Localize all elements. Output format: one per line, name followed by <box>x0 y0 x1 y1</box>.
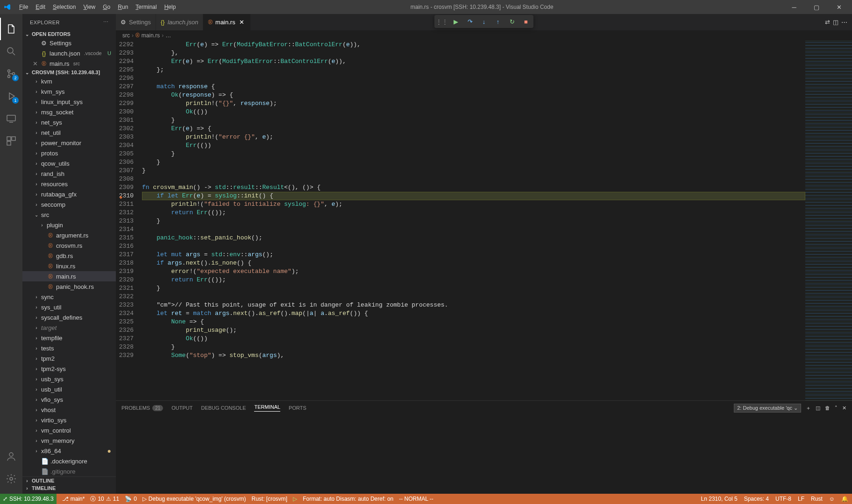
activity-debug[interactable]: 1 <box>0 85 22 107</box>
tree-folder[interactable]: ›resources <box>22 179 116 189</box>
tree-folder[interactable]: ›plugin <box>22 220 116 230</box>
tree-folder[interactable]: ›kvm <box>22 76 116 86</box>
debug-config[interactable]: ▷ Debug executable 'qcow_img' (crosvm) <box>142 496 246 502</box>
activity-remote[interactable] <box>0 107 22 130</box>
rust-status[interactable]: Rust: [crosvm] <box>252 496 288 502</box>
editor-tab[interactable]: ⚙Settings <box>116 14 156 30</box>
tree-folder[interactable]: ›vfio_sys <box>22 394 116 405</box>
open-editor-item[interactable]: ⚙Settings <box>22 38 116 48</box>
code-view[interactable]: Err(e) => Err(ModifyBatError::BatControl… <box>142 41 805 400</box>
git-branch[interactable]: ⎇ main* <box>62 496 85 502</box>
close-button[interactable]: ✕ <box>830 0 848 14</box>
open-editor-item[interactable]: ✕®main.rssrc <box>22 58 116 69</box>
format-status[interactable]: Format: auto Disasm: auto Deref: on <box>303 496 393 502</box>
tree-folder[interactable]: ›target <box>22 322 116 333</box>
tree-file[interactable]: ®main.rs <box>22 271 116 281</box>
menu-help[interactable]: Help <box>161 2 179 12</box>
editor-tab[interactable]: {}launch.json <box>156 14 203 30</box>
close-icon[interactable]: ✕ <box>238 19 246 26</box>
editor-content[interactable]: 2292229322942295229622972298229923002301… <box>116 41 852 400</box>
tree-folder[interactable]: ›linux_input_sys <box>22 97 116 107</box>
menu-view[interactable]: View <box>80 2 99 12</box>
activity-extensions[interactable] <box>0 130 22 152</box>
language-mode[interactable]: Rust <box>811 496 823 502</box>
tree-folder[interactable]: ›x86_64● <box>22 446 116 456</box>
encoding[interactable]: UTF-8 <box>775 496 791 502</box>
tree-file[interactable]: ®argument.rs <box>22 230 116 240</box>
menu-go[interactable]: Go <box>99 2 114 12</box>
continue-icon[interactable]: ▶ <box>451 16 461 27</box>
panel-tab-debug[interactable]: DEBUG CONSOLE <box>201 405 246 411</box>
restart-icon[interactable]: ↻ <box>507 16 517 27</box>
activity-search[interactable] <box>0 40 22 63</box>
activity-settings[interactable] <box>0 468 22 490</box>
line-gutter[interactable]: 2292229322942295229622972298229923002301… <box>116 41 142 400</box>
kill-terminal-icon[interactable]: 🗑 <box>825 405 830 411</box>
crumb[interactable]: … <box>165 32 171 39</box>
maximize-panel-icon[interactable]: ˄ <box>835 405 838 411</box>
step-into-icon[interactable]: ↓ <box>479 16 489 27</box>
activity-explorer[interactable] <box>0 18 22 40</box>
step-over-icon[interactable]: ↷ <box>465 16 475 27</box>
bell-icon[interactable]: 🔔 <box>841 496 848 502</box>
tree-folder[interactable]: ›virtio_sys <box>22 415 116 425</box>
maximize-button[interactable]: ▢ <box>807 0 826 14</box>
open-editors-section[interactable]: ⌄ OPEN EDITORS <box>22 30 116 38</box>
play-icon[interactable]: ▷ <box>293 496 297 502</box>
diagnostics[interactable]: ⓧ10 ⚠11 <box>90 495 119 503</box>
menu-edit[interactable]: Edit <box>32 2 49 12</box>
panel-tab-ports[interactable]: PORTS <box>289 405 306 411</box>
tree-folder[interactable]: ›rand_ish <box>22 168 116 179</box>
split-icon[interactable]: ◫ <box>833 19 838 26</box>
new-terminal-icon[interactable]: ＋ <box>806 405 811 412</box>
tree-folder[interactable]: ›qcow_utils <box>22 158 116 168</box>
crumb[interactable]: main.rs <box>142 32 160 39</box>
radio-status[interactable]: 📡0 <box>125 496 137 502</box>
step-out-icon[interactable]: ↑ <box>493 16 503 27</box>
tree-folder[interactable]: ›protos <box>22 148 116 158</box>
panel-tab-output[interactable]: OUTPUT <box>171 405 192 411</box>
terminal-select[interactable]: 2: Debug executable 'qc ⌄ <box>734 404 801 413</box>
tree-file[interactable]: ®panic_hook.rs <box>22 281 116 292</box>
timeline-section[interactable]: › TIMELINE <box>22 484 116 492</box>
tree-file[interactable]: 📄.dockerignore <box>22 456 116 466</box>
open-editor-item[interactable]: {}launch.json.vscodeU <box>22 48 116 58</box>
panel-tab-problems[interactable]: PROBLEMS 21 <box>121 405 163 411</box>
tree-folder[interactable]: ›syscall_defines <box>22 312 116 322</box>
tree-folder[interactable]: ›tempfile <box>22 333 116 343</box>
minimize-button[interactable]: ─ <box>785 0 803 14</box>
tree-file[interactable]: 📄.gitignore <box>22 466 116 476</box>
tree-folder[interactable]: ›tpm2 <box>22 353 116 364</box>
tree-file[interactable]: ®linux.rs <box>22 261 116 271</box>
tree-folder[interactable]: ›vm_control <box>22 425 116 435</box>
split-terminal-icon[interactable]: ◫ <box>816 405 820 411</box>
activity-scm[interactable]: 2 <box>0 63 22 85</box>
breadcrumbs[interactable]: src › ® main.rs › … <box>116 30 852 41</box>
tree-file[interactable]: ®gdb.rs <box>22 251 116 261</box>
tree-folder[interactable]: ›usb_util <box>22 384 116 394</box>
more-icon[interactable]: ⋯ <box>841 19 847 26</box>
debug-toolbar[interactable]: ⋮⋮ ▶ ↷ ↓ ↑ ↻ ■ <box>434 15 533 28</box>
tree-folder[interactable]: ›net_sys <box>22 117 116 127</box>
remote-indicator[interactable]: ⤢ SSH: 10.239.48.3 <box>0 494 57 504</box>
minimap[interactable] <box>805 41 852 400</box>
workspace-section[interactable]: ⌄ CROSVM [SSH: 10.239.48.3] <box>22 69 116 76</box>
close-panel-icon[interactable]: ✕ <box>842 405 846 411</box>
compare-icon[interactable]: ⇄ <box>825 19 830 26</box>
terminal-body[interactable] <box>116 415 852 494</box>
crumb[interactable]: src <box>122 32 130 39</box>
tree-folder[interactable]: ›kvm_sys <box>22 86 116 97</box>
menu-terminal[interactable]: Terminal <box>132 2 160 12</box>
tree-folder[interactable]: ›power_monitor <box>22 138 116 148</box>
tree-file[interactable]: ®crosvm.rs <box>22 240 116 251</box>
menu-run[interactable]: Run <box>114 2 131 12</box>
tree-folder[interactable]: ›net_util <box>22 127 116 138</box>
tree-folder[interactable]: ›seccomp <box>22 199 116 210</box>
tree-folder[interactable]: ›sync <box>22 292 116 302</box>
tree-folder[interactable]: ›msg_socket <box>22 107 116 117</box>
drag-handle-icon[interactable]: ⋮⋮ <box>437 16 447 27</box>
menu-selection[interactable]: Selection <box>50 2 79 12</box>
menu-file[interactable]: File <box>16 2 31 12</box>
cursor-position[interactable]: Ln 2310, Col 5 <box>701 496 738 502</box>
indentation[interactable]: Spaces: 4 <box>744 496 769 502</box>
